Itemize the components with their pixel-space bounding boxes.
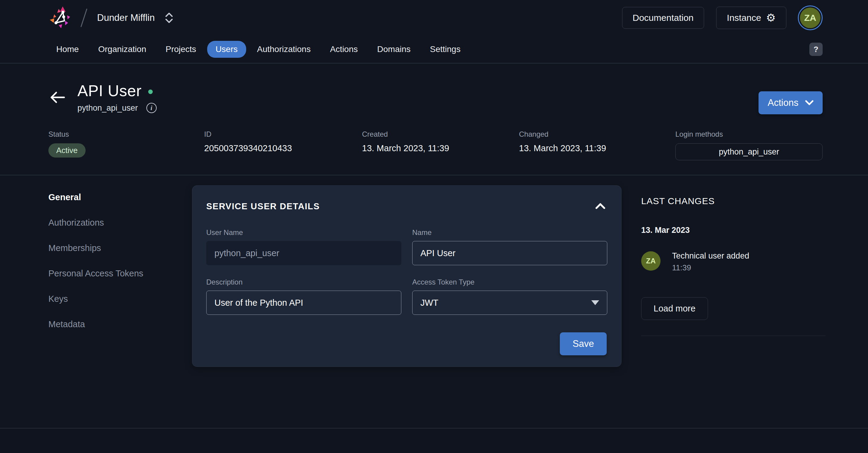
nav-item-domains[interactable]: Domains — [377, 41, 410, 58]
nav-item-organization[interactable]: Organization — [98, 41, 146, 58]
sidebar-item-authorizations[interactable]: Authorizations — [49, 218, 143, 228]
help-button[interactable]: ? — [809, 43, 823, 56]
name-input[interactable] — [412, 241, 607, 265]
arrow-left-icon — [50, 91, 65, 103]
entry-avatar: ZA — [641, 251, 660, 271]
actions-label: Actions — [768, 97, 799, 108]
entry-time: 11:39 — [672, 263, 749, 272]
status-label: Status — [49, 130, 86, 138]
created-label: Created — [362, 130, 449, 138]
documentation-label: Documentation — [633, 13, 694, 23]
avatar-initials: ZA — [800, 7, 820, 28]
save-button[interactable]: Save — [560, 332, 607, 355]
chevron-down-icon — [805, 100, 813, 105]
actions-button[interactable]: Actions — [758, 91, 823, 114]
name-label: Name — [412, 228, 607, 237]
load-more-button[interactable]: Load more — [641, 297, 708, 320]
sidebar-item-metadata[interactable]: Metadata — [49, 319, 143, 329]
page-subtitle: python_api_user — [78, 103, 138, 113]
created-value: 13. March 2023, 11:39 — [362, 143, 449, 153]
user-avatar[interactable]: ZA — [798, 5, 823, 30]
id-value: 205003739340210433 — [204, 143, 292, 153]
card-title: SERVICE USER DETAILS — [206, 201, 320, 212]
access-token-type-select[interactable]: JWT — [412, 291, 607, 315]
login-methods-label: Login methods — [675, 130, 823, 138]
form-grid: User Name Name Description Access Token … — [192, 212, 621, 315]
field-name: Name — [412, 228, 607, 265]
back-button[interactable] — [49, 88, 66, 106]
chevron-up-icon — [595, 203, 606, 209]
page-header: API User python_api_user i — [49, 82, 157, 113]
nav-item-authorizations[interactable]: Authorizations — [257, 41, 311, 58]
description-label: Description — [206, 278, 401, 286]
description-input[interactable] — [206, 291, 401, 315]
last-changes-panel: LAST CHANGES 13. Mar 2023 ZA Technical u… — [641, 196, 826, 336]
top-bar: Dunder Mifflin Documentation Instance ⚙ … — [0, 0, 868, 36]
nav-item-projects[interactable]: Projects — [165, 41, 196, 58]
active-state-dot — [148, 90, 153, 94]
user-name-label: User Name — [206, 228, 401, 237]
org-switcher-icon[interactable] — [165, 12, 173, 23]
main-nav: Home Organization Projects Users Authori… — [0, 36, 868, 63]
field-description: Description — [206, 278, 401, 315]
select-caret-icon — [591, 300, 599, 305]
detail-side-nav: General Authorizations Memberships Perso… — [49, 192, 143, 345]
org-name[interactable]: Dunder Mifflin — [97, 12, 155, 23]
nav-item-home[interactable]: Home — [56, 41, 79, 58]
changes-divider — [641, 336, 826, 336]
meta-id: ID 205003739340210433 — [204, 130, 292, 153]
service-user-details-card: SERVICE USER DETAILS User Name Name Desc… — [192, 185, 621, 367]
access-token-type-label: Access Token Type — [412, 278, 607, 286]
zitadel-logo-icon[interactable] — [48, 5, 72, 30]
changed-value: 13. March 2023, 11:39 — [519, 143, 606, 153]
breadcrumb-slash — [81, 8, 87, 27]
login-method-chip: python_api_user — [675, 143, 823, 160]
last-changes-title: LAST CHANGES — [641, 196, 826, 206]
user-name-input — [206, 241, 401, 265]
field-user-name: User Name — [206, 228, 401, 265]
page: Dunder Mifflin Documentation Instance ⚙ … — [0, 0, 868, 453]
meta-created: Created 13. March 2023, 11:39 — [362, 130, 449, 153]
footer — [0, 428, 868, 453]
nav-item-actions[interactable]: Actions — [330, 41, 358, 58]
id-label: ID — [204, 130, 292, 138]
meta-changed: Changed 13. March 2023, 11:39 — [519, 130, 606, 153]
documentation-button[interactable]: Documentation — [622, 7, 704, 29]
meta-login-methods: Login methods python_api_user — [675, 130, 823, 160]
nav-divider — [0, 63, 868, 64]
gear-icon: ⚙ — [766, 12, 776, 23]
sidebar-item-memberships[interactable]: Memberships — [49, 243, 143, 253]
field-access-token-type: Access Token Type JWT — [412, 278, 607, 315]
sidebar-item-keys[interactable]: Keys — [49, 294, 143, 304]
collapse-button[interactable] — [594, 202, 607, 211]
meta-status: Status Active — [49, 130, 86, 158]
change-entry: ZA Technical user added 11:39 — [641, 251, 826, 272]
section-divider — [0, 175, 868, 175]
instance-label: Instance — [727, 13, 761, 23]
changes-date: 13. Mar 2023 — [641, 226, 826, 235]
status-badge: Active — [49, 143, 86, 158]
meta-row: Status Active ID 205003739340210433 Crea… — [0, 130, 868, 169]
entry-text: Technical user added — [672, 251, 749, 261]
nav-item-users[interactable]: Users — [207, 41, 246, 58]
info-icon[interactable]: i — [146, 103, 157, 113]
sidebar-item-personal-access-tokens[interactable]: Personal Access Tokens — [49, 268, 143, 279]
instance-button[interactable]: Instance ⚙ — [716, 7, 786, 29]
page-title: API User — [78, 82, 142, 100]
nav-item-settings[interactable]: Settings — [430, 41, 461, 58]
sidebar-item-general[interactable]: General — [49, 192, 143, 202]
access-token-type-value: JWT — [421, 298, 438, 308]
changed-label: Changed — [519, 130, 606, 138]
